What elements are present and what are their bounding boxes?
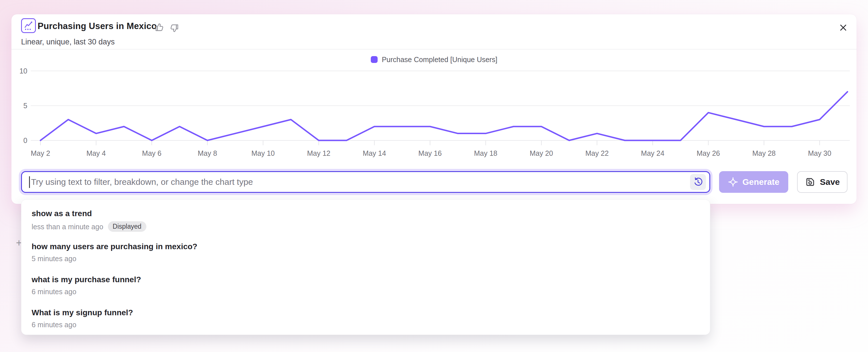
history-meta-row: less than a minute agoDisplayed [32, 221, 700, 232]
save-icon [805, 177, 815, 187]
history-item[interactable]: how many users are purchasing in mexico?… [21, 237, 710, 270]
prompt-history-dropdown: show as a trendless than a minute agoDis… [21, 199, 710, 335]
text-caret [29, 176, 30, 188]
close-icon[interactable] [837, 22, 849, 34]
generate-button[interactable]: Generate [719, 171, 788, 193]
history-item[interactable]: show as a trendless than a minute agoDis… [21, 204, 710, 237]
history-meta-row: 5 minutes ago [32, 254, 700, 263]
displayed-badge: Displayed [108, 221, 146, 232]
history-item[interactable]: what is my purchase funnel?6 minutes ago [21, 270, 710, 303]
history-timestamp: 6 minutes ago [32, 287, 76, 296]
history-query: What is my signup funnel? [32, 308, 700, 318]
header-divider [11, 49, 857, 50]
insights-chart-glyph [23, 20, 34, 31]
thumbs-down-icon[interactable] [168, 23, 180, 35]
history-item[interactable]: What is my signup funnel?6 minutes ago [21, 303, 710, 335]
thumbs-up-icon[interactable] [154, 22, 166, 34]
sparkle-icon [728, 177, 738, 187]
history-query: what is my purchase funnel? [32, 275, 700, 285]
chart-subtitle: Linear, unique, last 30 days [21, 38, 115, 46]
ai-prompt-input[interactable] [22, 172, 709, 192]
insights-chart-icon [21, 18, 36, 33]
history-query: show as a trend [32, 209, 700, 218]
history-icon[interactable] [690, 174, 706, 190]
history-timestamp: less than a minute ago [32, 222, 103, 231]
save-label: Save [820, 177, 840, 187]
page-title: Purchasing Users in Mexico [38, 21, 157, 31]
history-timestamp: 6 minutes ago [32, 320, 76, 329]
history-meta-row: 6 minutes ago [32, 320, 700, 329]
history-meta-row: 6 minutes ago [32, 287, 700, 296]
generate-label: Generate [742, 177, 779, 187]
mixpanel-ai-chart-widget: { "header": { "title": "Purchasing Users… [0, 0, 868, 352]
legend-swatch [371, 56, 378, 63]
history-timestamp: 5 minutes ago [32, 254, 76, 263]
save-button[interactable]: Save [797, 171, 847, 193]
legend-label: Purchase Completed [Unique Users] [382, 56, 497, 64]
ai-prompt-field [21, 171, 710, 193]
history-query: how many users are purchasing in mexico? [32, 242, 700, 252]
chart-legend: Purchase Completed [Unique Users] [0, 55, 868, 64]
